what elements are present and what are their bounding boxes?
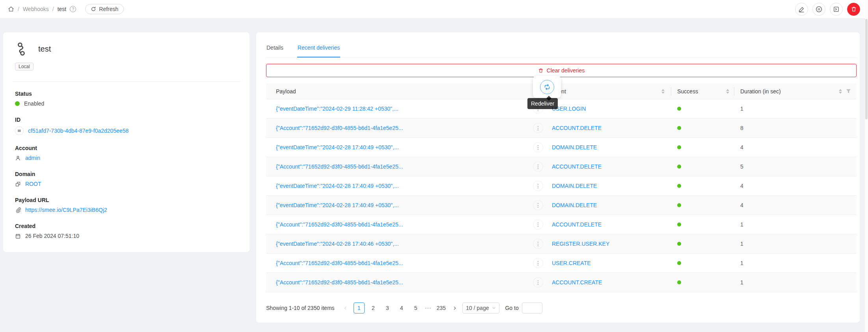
sort-icon[interactable] (661, 89, 665, 94)
console-button[interactable] (830, 3, 843, 16)
chevron-right-icon (453, 306, 457, 310)
refresh-button[interactable]: Refresh (85, 4, 124, 14)
breadcrumb-separator (52, 6, 54, 12)
event-link[interactable]: REGISTER.USER.KEY (552, 241, 609, 247)
event-link[interactable]: ACCOUNT.DELETE (552, 163, 602, 170)
event-link[interactable]: DOMAIN.DELETE (552, 183, 597, 189)
payload-link[interactable]: {"eventDateTime":"2024-02-28 17:40:49 +0… (276, 183, 399, 189)
payload-link[interactable]: {"eventDateTime":"2024-02-28 17:40:49 +0… (276, 144, 399, 150)
status-value: Enabled (24, 100, 44, 107)
page-button[interactable]: 235 (436, 302, 447, 313)
payload-link[interactable]: {"Account":"71652d92-d3f0-4855-b6d1-4fa1… (276, 279, 403, 286)
link-icon (15, 207, 21, 213)
resource-title: test (38, 45, 51, 54)
redeliver-button[interactable] (540, 80, 554, 94)
field-payload-url: Payload URL https://smee.io/C9LPa7Ei3iB6… (15, 197, 238, 213)
edit-button[interactable] (795, 3, 808, 16)
more-options-button[interactable] (533, 239, 543, 249)
help-icon[interactable] (70, 6, 76, 12)
payload-link[interactable]: {"Account":"71652d92-d3f0-4855-b6d1-4fa1… (276, 125, 403, 131)
duration-value: 1 (740, 221, 743, 228)
topbar: Webhooks test Refresh (0, 0, 868, 18)
webhook-details-card: test Local Status Enabled ID cf51afd7-73… (3, 32, 250, 252)
payload-link[interactable]: {"Account":"71652d92-d3f0-4855-b6d1-4fa1… (276, 163, 403, 170)
previous-page-button[interactable] (341, 302, 350, 313)
webhook-id-link[interactable]: cf51afd7-730b-4db4-87e9-f0a2d205ee58 (28, 128, 129, 134)
more-options-button[interactable] (533, 258, 543, 268)
event-link[interactable]: ACCOUNT.DELETE (552, 221, 602, 228)
table-header: Payload Event Success Duration (in sec) (266, 83, 857, 99)
page-button[interactable]: 1 (354, 302, 365, 313)
page-scrollbar[interactable] (865, 0, 868, 332)
table-row: {"eventDateTime":"2024-02-28 17:40:49 +0… (266, 196, 857, 215)
payload-url-link[interactable]: https://smee.io/C9LPa7Ei3iB6Qj2 (25, 207, 107, 213)
user-icon (15, 155, 21, 161)
domain-label: Domain (15, 171, 238, 177)
clear-deliveries-button[interactable]: Clear deliveries (266, 64, 857, 77)
sort-icon[interactable] (726, 89, 729, 94)
status-label: Status (15, 91, 238, 97)
payload-link[interactable]: {"eventDateTime":"2024-02-28 17:40:49 +0… (276, 202, 399, 208)
more-options-button[interactable] (533, 277, 543, 287)
success-dot (677, 223, 681, 226)
created-value: 26 Feb 2024 07:51:10 (25, 233, 79, 239)
account-link[interactable]: admin (25, 155, 40, 161)
duration-value: 8 (740, 125, 743, 131)
refresh-icon (91, 6, 96, 12)
page-list: 12345•••235 (354, 302, 447, 313)
success-dot (677, 165, 681, 169)
more-options-button[interactable] (533, 142, 543, 152)
breadcrumb-current-page: test (58, 6, 67, 12)
duration-value: 5 (740, 163, 743, 170)
page-button[interactable]: 2 (368, 302, 379, 313)
sort-icon[interactable] (839, 89, 842, 94)
payload-link[interactable]: {"Account":"71652d92-d3f0-4855-b6d1-4fa1… (276, 221, 403, 228)
payload-link[interactable]: {"eventDateTime":"2024-02-29 11:28:42 +0… (276, 106, 399, 112)
payload-link[interactable]: {"Account":"71652d92-d3f0-4855-b6d1-4fa1… (276, 260, 403, 266)
success-dot (677, 107, 681, 111)
more-options-button[interactable] (533, 123, 543, 133)
home-icon[interactable] (8, 6, 14, 12)
more-options-button[interactable] (533, 161, 543, 172)
breadcrumb-separator (18, 6, 19, 12)
success-dot (677, 126, 681, 130)
breadcrumb: Webhooks test Refresh (8, 4, 124, 14)
duration-value: 1 (740, 241, 743, 247)
pause-button[interactable] (812, 3, 825, 16)
table-row: {"Account":"71652d92-d3f0-4855-b6d1-4fa1… (266, 273, 857, 292)
more-options-button[interactable] (533, 181, 543, 191)
page-button[interactable]: 3 (382, 302, 393, 313)
scrollbar-thumb[interactable] (865, 19, 868, 119)
success-dot (677, 261, 681, 265)
event-link[interactable]: DOMAIN.DELETE (552, 202, 597, 208)
event-link[interactable]: DOMAIN.DELETE (552, 144, 597, 150)
table-row: {"Account":"71652d92-d3f0-4855-b6d1-4fa1… (266, 157, 857, 176)
event-link[interactable]: ACCOUNT.CREATE (552, 279, 602, 286)
more-options-button[interactable] (533, 200, 543, 210)
payload-link[interactable]: {"eventDateTime":"2024-02-28 17:40:46 +0… (276, 241, 399, 247)
field-id: ID cf51afd7-730b-4db4-87e9-f0a2d205ee58 (15, 117, 238, 135)
page-ellipsis[interactable]: ••• (425, 306, 433, 310)
deliveries-table: Payload Event Success Duration (in sec) (266, 83, 857, 292)
tab-recent-deliveries[interactable]: Recent deliveries (297, 39, 340, 57)
tab-details[interactable]: Details (266, 39, 284, 57)
page-button[interactable]: 5 (410, 302, 421, 313)
console-icon (833, 6, 840, 13)
breadcrumb-webhooks-link[interactable]: Webhooks (23, 6, 49, 12)
page-button[interactable]: 4 (396, 302, 407, 313)
delete-button[interactable] (847, 3, 860, 16)
event-link[interactable]: ACCOUNT.DELETE (552, 125, 602, 131)
success-dot (677, 184, 681, 188)
created-label: Created (15, 223, 238, 229)
page-size-select[interactable]: 10 / page (462, 302, 499, 313)
more-options-button[interactable] (533, 219, 543, 230)
goto-page-input[interactable] (522, 302, 542, 313)
filter-icon[interactable] (846, 89, 851, 94)
domain-link[interactable]: ROOT (25, 181, 41, 187)
table-row: {"Account":"71652d92-d3f0-4855-b6d1-4fa1… (266, 254, 857, 273)
id-label: ID (15, 117, 238, 123)
table-row: {"eventDateTime":"2024-02-29 11:28:42 +0… (266, 99, 857, 119)
success-dot (677, 203, 681, 207)
event-link[interactable]: USER.CREATE (552, 260, 591, 266)
next-page-button[interactable] (450, 302, 459, 313)
